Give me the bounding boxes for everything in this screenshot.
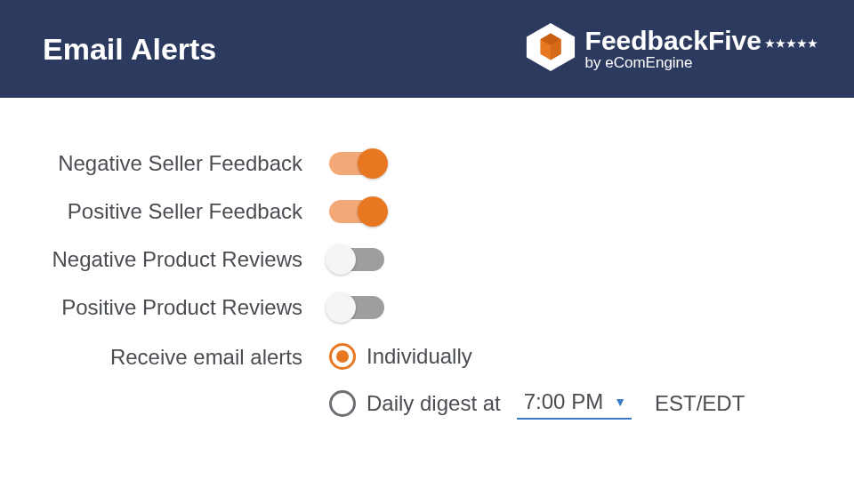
feedbackfive-icon	[525, 21, 576, 76]
setting-receive-alerts: Receive email alerts Individually Daily …	[44, 343, 854, 420]
logo-brand-text: FeedbackFive	[585, 26, 761, 55]
radio-option-daily-digest[interactable]: Daily digest at 7:00 PM ▼ EST/EDT	[329, 388, 745, 420]
toggle-negative-seller-feedback[interactable]	[329, 152, 384, 175]
setting-positive-seller-feedback: Positive Seller Feedback	[44, 199, 854, 224]
toggle-positive-product-reviews[interactable]	[329, 296, 384, 319]
digest-time-picker[interactable]: 7:00 PM ▼	[517, 388, 632, 420]
toggle-knob-icon	[326, 292, 356, 323]
toggle-knob-icon	[358, 148, 388, 179]
chevron-down-icon: ▼	[614, 395, 626, 409]
toggle-knob-icon	[358, 196, 388, 227]
digest-timezone: EST/EDT	[655, 391, 745, 416]
setting-label: Negative Product Reviews	[44, 247, 329, 272]
page-header: Email Alerts FeedbackFive ★★★★★ by eComE…	[0, 0, 854, 98]
logo-stars-icon: ★★★★★	[765, 38, 818, 50]
setting-label: Positive Product Reviews	[44, 295, 329, 320]
radio-unselected-icon	[329, 390, 356, 417]
setting-positive-product-reviews: Positive Product Reviews	[44, 295, 854, 320]
logo-tagline: by eComEngine	[585, 55, 818, 72]
radio-selected-icon	[329, 343, 356, 370]
setting-label: Receive email alerts	[44, 343, 329, 370]
page-title: Email Alerts	[43, 32, 216, 67]
setting-negative-product-reviews: Negative Product Reviews	[44, 247, 854, 272]
radio-label: Daily digest at	[367, 391, 501, 416]
radio-option-individually[interactable]: Individually	[329, 343, 745, 370]
setting-negative-seller-feedback: Negative Seller Feedback	[44, 151, 854, 176]
setting-label: Negative Seller Feedback	[44, 151, 329, 176]
setting-label: Positive Seller Feedback	[44, 199, 329, 224]
brand-logo: FeedbackFive ★★★★★ by eComEngine	[525, 21, 818, 76]
toggle-negative-product-reviews[interactable]	[329, 248, 384, 271]
settings-panel: Negative Seller Feedback Positive Seller…	[0, 98, 854, 420]
radio-label: Individually	[367, 344, 472, 369]
toggle-knob-icon	[326, 244, 356, 275]
toggle-positive-seller-feedback[interactable]	[329, 200, 384, 223]
digest-time-value: 7:00 PM	[524, 389, 603, 414]
